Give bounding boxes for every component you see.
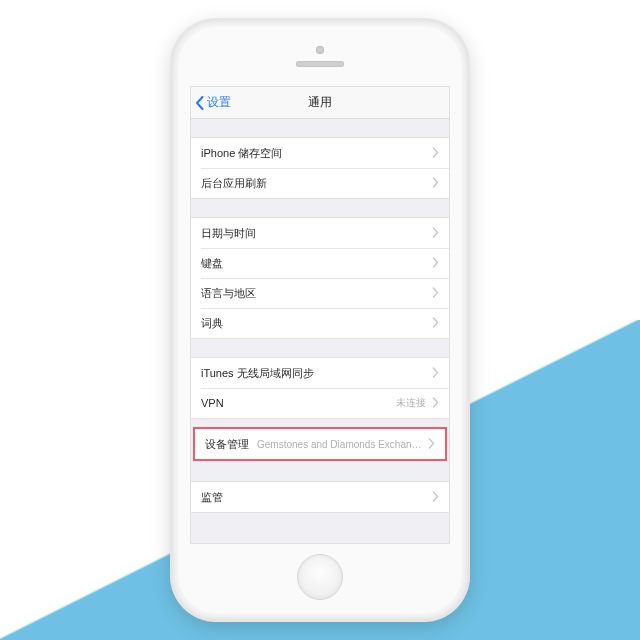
phone-frame: 设置 通用 iPhone 储存空间 后台应用刷新 [172, 20, 468, 620]
row-background-refresh[interactable]: 后台应用刷新 [191, 168, 449, 198]
row-label: iPhone 储存空间 [201, 146, 282, 161]
row-language-region[interactable]: 语言与地区 [191, 278, 449, 308]
settings-content[interactable]: iPhone 储存空间 后台应用刷新 日期与时间 [191, 119, 449, 543]
row-value: 未连接 [224, 396, 426, 410]
row-label: 监管 [201, 490, 223, 505]
chevron-right-icon [432, 227, 439, 240]
chevron-right-icon [432, 317, 439, 330]
chevron-right-icon [432, 257, 439, 270]
row-regulatory[interactable]: 监管 [191, 482, 449, 512]
speaker-slot [296, 61, 344, 67]
chevron-left-icon [195, 96, 205, 110]
chevron-right-icon [432, 491, 439, 504]
home-button[interactable] [297, 554, 343, 600]
chevron-right-icon [432, 287, 439, 300]
settings-group-locale: 日期与时间 键盘 语言与地区 词典 [191, 217, 449, 339]
chevron-right-icon [432, 397, 439, 410]
row-label: VPN [201, 397, 224, 409]
nav-title: 通用 [308, 94, 332, 111]
chevron-right-icon [432, 177, 439, 190]
settings-group-network: iTunes 无线局域网同步 VPN 未连接 [191, 357, 449, 419]
row-value: Gemstones and Diamonds Exchange... [249, 439, 422, 450]
row-label: 词典 [201, 316, 223, 331]
navbar: 设置 通用 [191, 87, 449, 119]
highlight-device-management: 设备管理 Gemstones and Diamonds Exchange... [193, 427, 447, 461]
row-dictionary[interactable]: 词典 [191, 308, 449, 338]
row-label: 设备管理 [205, 437, 249, 452]
chevron-right-icon [428, 438, 435, 451]
settings-group-regulatory: 监管 [191, 481, 449, 513]
row-iphone-storage[interactable]: iPhone 储存空间 [191, 138, 449, 168]
phone-screen: 设置 通用 iPhone 储存空间 后台应用刷新 [190, 86, 450, 544]
scroll-fade [191, 531, 449, 543]
row-label: 后台应用刷新 [201, 176, 267, 191]
row-label: iTunes 无线局域网同步 [201, 366, 314, 381]
chevron-right-icon [432, 147, 439, 160]
row-itunes-wifi-sync[interactable]: iTunes 无线局域网同步 [191, 358, 449, 388]
chevron-right-icon [432, 367, 439, 380]
row-vpn[interactable]: VPN 未连接 [191, 388, 449, 418]
row-label: 键盘 [201, 256, 223, 271]
phone-top-bezel [178, 26, 462, 86]
row-date-time[interactable]: 日期与时间 [191, 218, 449, 248]
settings-group-storage: iPhone 储存空间 后台应用刷新 [191, 137, 449, 199]
row-label: 日期与时间 [201, 226, 256, 241]
camera-dot [316, 46, 324, 54]
nav-back-label: 设置 [207, 94, 231, 111]
nav-back-button[interactable]: 设置 [195, 94, 231, 111]
row-label: 语言与地区 [201, 286, 256, 301]
row-device-management[interactable]: 设备管理 Gemstones and Diamonds Exchange... [195, 430, 445, 458]
row-keyboard[interactable]: 键盘 [191, 248, 449, 278]
